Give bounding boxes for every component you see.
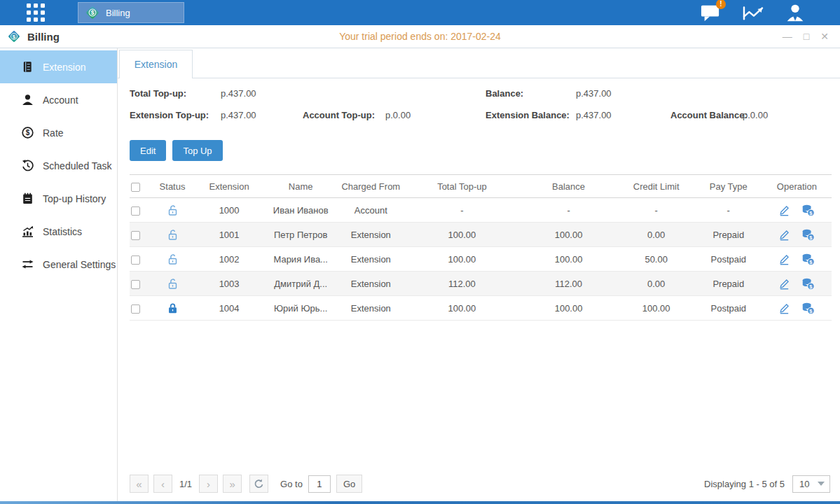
cell-extension: 1002 <box>194 247 264 272</box>
sidebar-item-label: Rate <box>43 127 64 139</box>
edit-row-icon[interactable] <box>778 253 790 265</box>
top-up-row-icon[interactable]: $ <box>801 204 815 216</box>
extension-icon <box>21 61 34 73</box>
cell-total-topup: 100.00 <box>404 247 519 272</box>
sidebar-item-account[interactable]: Account <box>0 83 117 116</box>
sidebar-item-label: Scheduled Task <box>43 160 112 172</box>
row-checkbox[interactable] <box>131 255 140 265</box>
sidebar-item-topup-history[interactable]: Top-up History <box>0 182 117 215</box>
minimize-button[interactable]: — <box>783 31 792 41</box>
tab-extension[interactable]: Extension <box>119 50 193 78</box>
account-topup-label: Account Top-up: <box>303 110 375 120</box>
apps-grid-icon[interactable] <box>27 4 46 22</box>
table-row[interactable]: 1003 Дмитрий Д... Extension 112.00 112.0… <box>130 272 832 296</box>
top-up-row-icon[interactable]: $ <box>801 302 815 314</box>
window-title: Billing <box>27 31 60 43</box>
go-button[interactable]: Go <box>336 475 362 493</box>
svg-text:$: $ <box>91 9 95 16</box>
header-pay-type: Pay Type <box>695 175 762 198</box>
cell-charged-from: Extension <box>337 296 404 321</box>
sidebar-item-label: Extension <box>43 62 85 73</box>
cell-extension: 1000 <box>194 198 264 223</box>
last-page-button[interactable]: » <box>223 475 242 493</box>
total-topup-label: Total Top-up: <box>130 88 186 99</box>
scheduled-task-icon <box>21 160 34 172</box>
row-checkbox[interactable] <box>131 231 140 240</box>
sidebar-item-rate[interactable]: $ Rate <box>0 116 117 149</box>
prev-page-button[interactable]: ‹ <box>153 475 172 493</box>
cell-pay-type: Postpaid <box>695 247 762 272</box>
billing-diamond-icon: $ <box>7 29 21 43</box>
cell-pay-type: Prepaid <box>695 272 762 296</box>
extension-topup-value: p.437.00 <box>221 110 256 120</box>
sidebar-item-statistics[interactable]: Statistics <box>0 215 117 248</box>
cell-total-topup: 100.00 <box>404 296 519 321</box>
goto-page-input[interactable] <box>308 475 331 493</box>
sidebar-item-label: General Settings <box>43 259 116 270</box>
close-button[interactable]: ✕ <box>820 31 829 41</box>
sidebar-item-general-settings[interactable]: General Settings <box>0 248 117 281</box>
svg-text:$: $ <box>13 34 16 40</box>
messages-icon[interactable]: ! <box>700 3 721 22</box>
refresh-button[interactable] <box>249 475 268 493</box>
cell-credit-limit: 50.00 <box>618 247 695 272</box>
cell-credit-limit: 0.00 <box>618 223 695 247</box>
billing-app-screen: $ Billing ! <box>0 0 840 504</box>
row-checkbox[interactable] <box>131 280 140 289</box>
sidebar-item-scheduled-task[interactable]: Scheduled Task <box>0 149 117 182</box>
maximize-button[interactable]: □ <box>804 31 809 41</box>
row-checkbox[interactable] <box>131 304 140 314</box>
cell-charged-from: Extension <box>337 247 404 272</box>
header-operation: Operation <box>762 175 832 198</box>
edit-row-icon[interactable] <box>778 204 790 216</box>
top-up-row-icon[interactable]: $ <box>801 229 815 241</box>
cell-name: Юрий Юрь... <box>264 296 337 321</box>
displaying-info: Displaying 1 - 5 of 5 <box>704 479 785 489</box>
cell-charged-from: Account <box>337 198 404 223</box>
row-checkbox[interactable] <box>131 206 140 216</box>
top-up-row-icon[interactable]: $ <box>801 278 815 290</box>
user-account-icon[interactable] <box>785 3 805 22</box>
sidebar-item-extension[interactable]: Extension <box>0 50 117 83</box>
header-balance: Balance <box>520 175 618 198</box>
cell-total-topup: 100.00 <box>404 223 519 247</box>
resource-monitor-icon[interactable] <box>742 4 764 22</box>
desktop-topbar: $ Billing ! <box>0 0 840 25</box>
cell-credit-limit: 0.00 <box>618 272 695 296</box>
cell-credit-limit: 100.00 <box>618 296 695 321</box>
taskbar-item-billing[interactable]: $ Billing <box>78 2 184 23</box>
table-row[interactable]: 1001 Петр Петров Extension 100.00 100.00… <box>130 223 832 247</box>
cell-balance: 112.00 <box>520 272 618 296</box>
lock-open-icon <box>167 229 178 241</box>
extension-table: Status Extension Name Charged From Total… <box>130 174 832 321</box>
cell-extension: 1003 <box>194 272 264 296</box>
cell-balance: 100.00 <box>520 296 618 321</box>
desktop-bottom-strip <box>0 501 840 504</box>
total-topup-value: p.437.00 <box>221 88 256 99</box>
edit-button[interactable]: Edit <box>130 140 166 161</box>
sidebar: Extension Account $ Rate <box>0 48 118 501</box>
extension-balance-label: Extension Balance: <box>486 110 570 120</box>
statistics-icon <box>21 225 34 237</box>
cell-name: Петр Петров <box>264 223 337 247</box>
top-up-row-icon[interactable]: $ <box>801 253 815 265</box>
edit-row-icon[interactable] <box>778 302 790 314</box>
edit-row-icon[interactable] <box>778 278 790 290</box>
header-total-topup: Total Top-up <box>404 175 519 198</box>
table-row[interactable]: 1002 Мария Ива... Extension 100.00 100.0… <box>130 247 832 272</box>
cell-extension: 1004 <box>194 296 264 321</box>
next-page-button[interactable]: › <box>199 475 218 493</box>
notification-badge: ! <box>716 0 726 9</box>
table-row[interactable]: 1000 Иван Иванов Account - - - - <box>130 198 832 223</box>
cell-balance: - <box>520 198 618 223</box>
cell-name: Иван Иванов <box>264 198 337 223</box>
first-page-button[interactable]: « <box>130 475 149 493</box>
edit-row-icon[interactable] <box>778 229 790 241</box>
account-topup-value: p.0.00 <box>385 110 411 120</box>
select-all-checkbox[interactable] <box>131 183 140 192</box>
header-charged-from: Charged From <box>337 175 404 198</box>
cell-total-topup: - <box>404 198 519 223</box>
top-up-button[interactable]: Top Up <box>172 140 222 161</box>
table-row[interactable]: 1004 Юрий Юрь... Extension 100.00 100.00… <box>130 296 832 321</box>
page-size-select[interactable]: 10 <box>792 475 830 493</box>
